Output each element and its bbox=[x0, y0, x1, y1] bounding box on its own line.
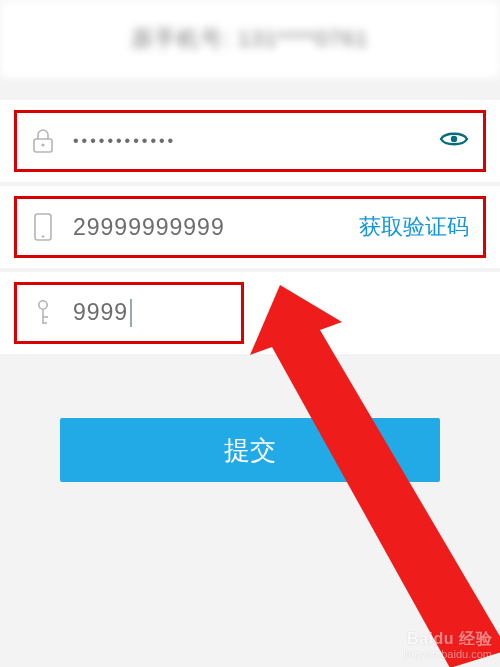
header-gap bbox=[0, 78, 500, 100]
header-title: 原手机号: 131****0761 bbox=[131, 24, 368, 54]
key-icon bbox=[31, 299, 55, 327]
password-input[interactable]: •••••••••••• bbox=[73, 132, 421, 150]
phone-input[interactable]: 29999999999 bbox=[73, 214, 341, 241]
submit-wrap: 提交 bbox=[0, 358, 500, 482]
submit-button[interactable]: 提交 bbox=[60, 418, 440, 482]
phone-field[interactable]: 29999999999 获取验证码 bbox=[14, 196, 486, 258]
phone-icon bbox=[31, 213, 55, 241]
svg-point-5 bbox=[39, 301, 47, 309]
get-code-button[interactable]: 获取验证码 bbox=[359, 212, 469, 242]
eye-icon bbox=[439, 129, 469, 153]
lock-icon bbox=[31, 127, 55, 155]
password-field[interactable]: •••••••••••• bbox=[14, 110, 486, 172]
watermark: Baidu 经验 jingyan.baidu.com bbox=[403, 629, 492, 661]
text-cursor bbox=[130, 299, 132, 327]
watermark-brand: Baidu 经验 bbox=[403, 629, 492, 648]
svg-point-4 bbox=[42, 235, 45, 238]
watermark-sub: jingyan.baidu.com bbox=[403, 648, 492, 661]
code-value: 9999 bbox=[73, 299, 128, 325]
page-header: 原手机号: 131****0761 bbox=[0, 0, 500, 78]
phone-row: 29999999999 获取验证码 bbox=[0, 186, 500, 268]
svg-point-1 bbox=[41, 143, 44, 146]
svg-point-2 bbox=[451, 136, 457, 142]
submit-label: 提交 bbox=[224, 433, 276, 468]
password-row: •••••••••••• bbox=[0, 100, 500, 182]
code-row: 9999 bbox=[0, 272, 500, 354]
show-password-button[interactable] bbox=[439, 129, 469, 153]
code-input[interactable]: 9999 bbox=[73, 299, 227, 328]
code-field[interactable]: 9999 bbox=[14, 282, 244, 344]
